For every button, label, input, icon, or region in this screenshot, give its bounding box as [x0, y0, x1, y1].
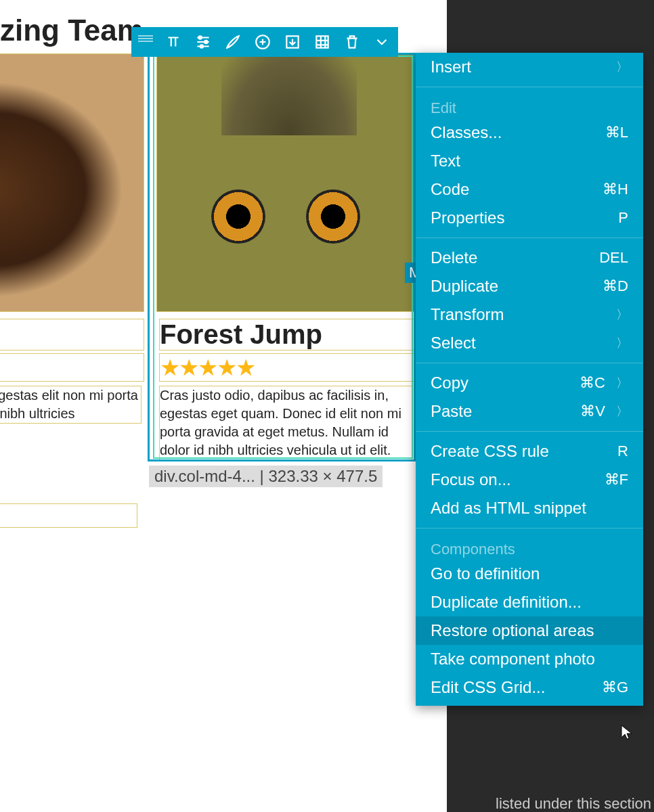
menu-duplicate[interactable]: Duplicate ⌘D	[416, 272, 643, 300]
menu-create-css-rule[interactable]: Create CSS rule R	[416, 437, 643, 466]
menu-shortcut: ⌘F	[605, 471, 628, 489]
menu-shortcut: ⌘H	[603, 181, 628, 198]
menu-label: Properties	[431, 208, 504, 227]
menu-label: Focus on...	[431, 470, 511, 489]
menu-label: Duplicate definition...	[431, 593, 582, 612]
context-menu: Insert 〉 Edit Classes... ⌘L Text Code ⌘H…	[416, 53, 643, 706]
menu-shortcut: ⌘C	[580, 374, 605, 392]
card-text[interactable]: us ac facilisis in, egestas elit non mi …	[0, 386, 141, 423]
grid-icon[interactable]	[313, 32, 332, 51]
page-title: zing Team	[0, 14, 144, 47]
chevron-right-icon: 〉	[616, 403, 628, 420]
card-title[interactable]: Forest Jump	[160, 319, 414, 350]
menu-separator	[416, 87, 643, 87]
menu-shortcut: ⌘G	[602, 679, 628, 696]
menu-label: Transform	[431, 305, 504, 324]
menu-label: Text	[431, 152, 460, 171]
menu-add-html-snippet[interactable]: Add as HTML snippet	[416, 494, 643, 522]
chevron-right-icon: 〉	[616, 375, 628, 391]
menu-label: Create CSS rule	[431, 442, 549, 461]
sliders-icon[interactable]	[194, 32, 213, 51]
menu-properties[interactable]: Properties P	[416, 204, 643, 232]
floating-toolbar[interactable]	[131, 27, 398, 57]
menu-section-edit: Edit	[416, 93, 643, 118]
menu-shortcut: ⌘V	[580, 403, 605, 420]
menu-shortcut: ⌘D	[603, 277, 628, 295]
chevron-right-icon: 〉	[616, 59, 628, 75]
menu-label: Insert	[431, 58, 471, 76]
insert-icon[interactable]	[283, 32, 302, 51]
menu-label: Add as HTML snippet	[431, 499, 586, 518]
menu-paste[interactable]: Paste ⌘V 〉	[416, 397, 643, 426]
menu-label: Delete	[431, 248, 477, 267]
menu-edit-css-grid[interactable]: Edit CSS Grid... ⌘G	[416, 673, 643, 702]
menu-label: Select	[431, 334, 476, 353]
menu-label: Paste	[431, 402, 472, 421]
menu-delete[interactable]: Delete DEL	[416, 244, 643, 272]
menu-focus-on[interactable]: Focus on... ⌘F	[416, 466, 643, 494]
menu-label: Code	[431, 180, 469, 199]
chevron-right-icon: 〉	[616, 335, 628, 351]
menu-label: Restore optional areas	[431, 621, 594, 640]
card-image[interactable]	[0, 54, 144, 311]
menu-duplicate-definition[interactable]: Duplicate definition...	[416, 588, 643, 616]
menu-separator	[416, 238, 643, 238]
menu-separator	[416, 528, 643, 528]
card-title[interactable]: Pine	[0, 319, 144, 350]
chevron-right-icon: 〉	[616, 307, 628, 323]
drag-handle-icon[interactable]	[138, 35, 153, 49]
add-circle-icon[interactable]	[253, 32, 272, 51]
menu-shortcut: DEL	[599, 249, 628, 267]
card-text[interactable]: Cras justo odio, dapibus ac facilisis in…	[160, 386, 412, 459]
team-card[interactable]: Pine ★★★★★ us ac facilisis in, egestas e…	[0, 54, 144, 423]
menu-restore-optional-areas[interactable]: Restore optional areas	[416, 616, 643, 645]
panel-text: listed under this section	[496, 795, 651, 812]
menu-go-to-definition[interactable]: Go to definition	[416, 560, 643, 588]
selection-info: div.col-md-4... | 323.33 × 477.5	[149, 466, 383, 487]
canvas-area[interactable]: zing Team Pine ★★★★★ us ac facilisis in,…	[0, 0, 447, 812]
menu-label: Take component photo	[431, 650, 595, 669]
svg-rect-5	[316, 36, 328, 47]
text-icon[interactable]	[164, 32, 183, 51]
card-image[interactable]	[157, 54, 414, 311]
menu-separator	[416, 363, 643, 363]
team-card-selected[interactable]: Forest Jump ★★★★★ Cras justo odio, dapib…	[157, 54, 414, 459]
menu-take-component-photo[interactable]: Take component photo	[416, 645, 643, 673]
rating-stars[interactable]: ★★★★★	[0, 354, 144, 381]
menu-label: Edit CSS Grid...	[431, 678, 545, 697]
menu-label: Classes...	[431, 123, 502, 142]
menu-text[interactable]: Text	[416, 147, 643, 175]
menu-copy[interactable]: Copy ⌘C 〉	[416, 369, 643, 397]
menu-label: Copy	[431, 374, 468, 392]
menu-shortcut: R	[617, 443, 628, 460]
chevron-down-icon[interactable]	[372, 32, 391, 51]
menu-transform[interactable]: Transform 〉	[416, 300, 643, 329]
trash-icon[interactable]	[343, 32, 362, 51]
menu-shortcut: P	[618, 209, 628, 227]
menu-insert[interactable]: Insert 〉	[416, 53, 643, 81]
menu-shortcut: ⌘L	[605, 124, 628, 141]
star-icon: ★★★★★	[160, 355, 255, 380]
menu-label: Duplicate	[431, 277, 498, 296]
menu-code[interactable]: Code ⌘H	[416, 175, 643, 204]
menu-label: Go to definition	[431, 564, 540, 583]
menu-classes[interactable]: Classes... ⌘L	[416, 118, 643, 147]
menu-separator	[416, 431, 643, 432]
rating-stars[interactable]: ★★★★★	[160, 354, 414, 381]
link[interactable]: udio	[0, 504, 137, 527]
menu-section-components: Components	[416, 534, 643, 560]
brush-icon[interactable]	[223, 32, 242, 51]
menu-select[interactable]: Select 〉	[416, 329, 643, 357]
